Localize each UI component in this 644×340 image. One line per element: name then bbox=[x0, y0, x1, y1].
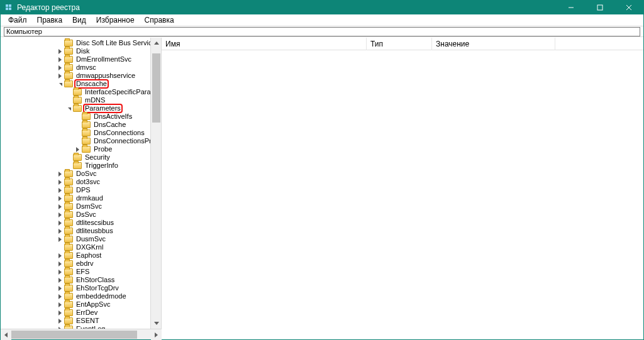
tree-node[interactable]: EhStorClass bbox=[2, 276, 161, 284]
tree-node[interactable]: Dnscache bbox=[2, 80, 161, 88]
scroll-up-button[interactable] bbox=[151, 38, 161, 48]
tree-node[interactable]: DusmSvc bbox=[2, 235, 161, 243]
tree-node[interactable]: InterfaceSpecificParameters bbox=[2, 88, 161, 96]
chevron-right-icon[interactable] bbox=[57, 203, 64, 210]
tree-node[interactable]: TriggerInfo bbox=[2, 162, 161, 170]
column-extra[interactable] bbox=[555, 38, 643, 50]
registry-tree[interactable]: Disc Soft Lite Bus ServiceDiskDmEnrollme… bbox=[1, 38, 161, 329]
chevron-right-icon[interactable] bbox=[57, 277, 64, 283]
chevron-right-icon[interactable] bbox=[57, 56, 64, 63]
tree-node[interactable]: ErrDev bbox=[2, 309, 161, 317]
chevron-right-icon[interactable] bbox=[57, 170, 64, 177]
list-header: Имя Тип Значение bbox=[162, 38, 643, 50]
address-input[interactable]: Компьютер bbox=[4, 27, 640, 36]
scroll-left-button[interactable] bbox=[1, 329, 11, 340]
tree-node[interactable]: DPS bbox=[2, 186, 161, 194]
chevron-right-icon[interactable] bbox=[57, 236, 64, 243]
close-button[interactable] bbox=[614, 1, 643, 14]
chevron-right-icon[interactable] bbox=[57, 293, 64, 300]
menu-help[interactable]: Справка bbox=[140, 15, 179, 25]
chevron-right-icon[interactable] bbox=[57, 317, 64, 324]
chevron-right-icon[interactable] bbox=[57, 48, 64, 55]
folder-icon bbox=[82, 138, 91, 145]
tree-node[interactable]: DnsConnections bbox=[2, 129, 161, 137]
chevron-right-icon[interactable] bbox=[57, 187, 64, 194]
chevron-down-icon[interactable] bbox=[65, 105, 72, 112]
menu-view[interactable]: Вид bbox=[67, 15, 91, 25]
tree-node[interactable]: DoSvc bbox=[2, 170, 161, 178]
tree-node[interactable]: dot3svc bbox=[2, 178, 161, 186]
tree-node[interactable]: dtliteusbbus bbox=[2, 227, 161, 235]
chevron-right-icon[interactable] bbox=[57, 252, 64, 259]
tree-node[interactable]: EntAppSvc bbox=[2, 300, 161, 309]
folder-icon bbox=[73, 162, 82, 169]
chevron-right-icon[interactable] bbox=[57, 64, 64, 71]
column-data[interactable]: Значение bbox=[432, 38, 555, 50]
tree-node[interactable]: Disk bbox=[2, 47, 161, 55]
tree-node[interactable]: dmwappushservice bbox=[2, 72, 161, 80]
chevron-right-icon[interactable] bbox=[57, 195, 64, 202]
chevron-right-icon[interactable] bbox=[57, 285, 64, 292]
column-type[interactable]: Тип bbox=[367, 38, 432, 50]
tree-node[interactable]: DmEnrollmentSvc bbox=[2, 55, 161, 63]
values-pane: Имя Тип Значение bbox=[162, 38, 643, 339]
chevron-right-icon[interactable] bbox=[57, 228, 64, 234]
titlebar[interactable]: Редактор реестра bbox=[1, 1, 643, 14]
tree-node[interactable]: DnsConnectionsProxies bbox=[2, 137, 161, 145]
chevron-right-icon[interactable] bbox=[74, 146, 81, 153]
hscroll-thumb[interactable] bbox=[11, 331, 137, 339]
tree-node[interactable]: Probe bbox=[2, 145, 161, 153]
tree-node[interactable]: DnsCache bbox=[2, 121, 161, 129]
tree-node-label: DsmSvc bbox=[75, 202, 103, 211]
tree-node[interactable]: EFS bbox=[2, 268, 161, 276]
column-name[interactable]: Имя bbox=[162, 38, 367, 50]
chevron-down-icon[interactable] bbox=[57, 80, 64, 87]
tree-node[interactable]: Security bbox=[2, 153, 161, 162]
folder-icon bbox=[64, 244, 73, 251]
tree-node[interactable]: mDNS bbox=[2, 96, 161, 104]
tree-node[interactable]: ebdrv bbox=[2, 260, 161, 268]
tree-node[interactable]: embeddedmode bbox=[2, 292, 161, 300]
tree-vscrollbar[interactable] bbox=[150, 38, 161, 329]
menu-favorites[interactable]: Избранное bbox=[91, 15, 140, 25]
address-bar: Компьютер bbox=[1, 26, 643, 37]
tree-node[interactable]: EhStorTcgDrv bbox=[2, 284, 161, 292]
tree-node[interactable]: drmkaud bbox=[2, 194, 161, 202]
tree-node[interactable]: Disc Soft Lite Bus Service bbox=[2, 39, 161, 47]
tree-node[interactable]: Eaphost bbox=[2, 251, 161, 260]
folder-icon bbox=[64, 187, 73, 194]
folder-icon bbox=[64, 219, 73, 226]
menu-edit[interactable]: Правка bbox=[32, 15, 68, 25]
folder-icon bbox=[64, 228, 73, 234]
minimize-button[interactable] bbox=[557, 1, 586, 14]
scroll-down-button[interactable] bbox=[151, 318, 161, 329]
chevron-right-icon[interactable] bbox=[57, 178, 64, 185]
tree-node-label: Security bbox=[84, 153, 111, 162]
menu-file[interactable]: Файл bbox=[3, 15, 32, 25]
values-list[interactable] bbox=[162, 50, 643, 339]
tree-node[interactable]: Parameters bbox=[2, 104, 161, 112]
tree-node-label: dtlitescsibus bbox=[75, 219, 115, 227]
chevron-right-icon[interactable] bbox=[57, 72, 64, 79]
chevron-right-icon[interactable] bbox=[57, 268, 64, 275]
folder-icon bbox=[82, 146, 91, 153]
scroll-right-button[interactable] bbox=[151, 329, 162, 340]
tree-node[interactable]: ESENT bbox=[2, 317, 161, 325]
chevron-right-icon[interactable] bbox=[57, 260, 64, 267]
chevron-right-icon[interactable] bbox=[57, 219, 64, 226]
vscroll-thumb[interactable] bbox=[152, 53, 160, 123]
tree-node[interactable]: dtlitescsibus bbox=[2, 219, 161, 227]
tree-node-label: DnsCache bbox=[92, 121, 127, 129]
tree-node[interactable]: dmvsc bbox=[2, 63, 161, 72]
tree-node[interactable]: DsSvc bbox=[2, 211, 161, 219]
chevron-right-icon[interactable] bbox=[57, 309, 64, 316]
folder-icon bbox=[73, 154, 82, 161]
chevron-right-icon[interactable] bbox=[57, 211, 64, 218]
maximize-button[interactable] bbox=[586, 1, 614, 14]
tree-node[interactable]: DXGKrnl bbox=[2, 243, 161, 251]
menubar: Файл Правка Вид Избранное Справка bbox=[1, 14, 643, 26]
tree-node[interactable]: DsmSvc bbox=[2, 202, 161, 211]
tree-hscrollbar[interactable] bbox=[1, 329, 162, 339]
chevron-right-icon[interactable] bbox=[57, 301, 64, 308]
tree-node[interactable]: DnsActiveIfs bbox=[2, 112, 161, 121]
